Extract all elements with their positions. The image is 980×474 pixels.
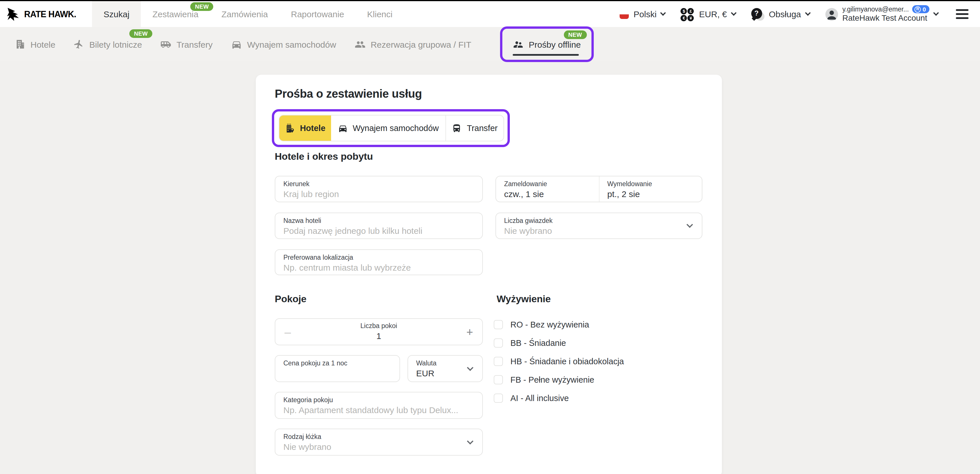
reward-badge[interactable]: R 0 bbox=[912, 5, 929, 13]
hotel-pin-icon bbox=[285, 123, 295, 133]
section-heading-rooms: Pokoje bbox=[275, 294, 306, 305]
currency-dropdown[interactable]: Waluta EUR bbox=[407, 355, 483, 382]
currency-value: EUR bbox=[416, 368, 474, 378]
field-label: Liczba pokoi bbox=[275, 322, 482, 329]
support-menu[interactable]: ? Obsługa bbox=[751, 8, 810, 21]
service-type-tabs: Hotele Wynajem samochodów Transfer bbox=[279, 115, 504, 142]
checkbox[interactable] bbox=[494, 339, 503, 348]
room-category-input[interactable] bbox=[283, 405, 474, 415]
bus-icon bbox=[452, 123, 462, 133]
meals-options: RO - Bez wyżywienia BB - Śniadanie HB - … bbox=[494, 319, 624, 411]
meal-option-ai: AI - All inclusive bbox=[494, 393, 624, 404]
section-heading-meals: Wyżywienie bbox=[496, 294, 550, 305]
page-title: Prośba o zestawienie usług bbox=[275, 87, 422, 100]
chevron-down-icon bbox=[933, 10, 939, 16]
field-label: Nazwa hoteli bbox=[283, 217, 474, 224]
subnav-item-rezerwacja-grupowa[interactable]: Rezerwacja grupowa / FIT bbox=[345, 27, 480, 62]
destination-input[interactable] bbox=[283, 189, 474, 199]
stepper-minus-button[interactable]: – bbox=[285, 326, 291, 337]
product-nav: Hotele Bilety lotnicze NEW Transfery Wyn… bbox=[0, 27, 980, 62]
brand-name: RATE HAWK. bbox=[24, 9, 76, 19]
poland-flag-icon bbox=[620, 10, 629, 19]
account-menu[interactable]: y.gilimyanova@emer... R 0 RateHawk Test … bbox=[825, 5, 938, 23]
preferred-location-input[interactable] bbox=[283, 262, 474, 272]
currency-label: EUR, € bbox=[699, 9, 727, 19]
top-bar-right: Polski $ £ € ¥ EUR, € ? Obsługa bbox=[620, 1, 980, 27]
active-tab-underline bbox=[513, 54, 579, 56]
meal-option-bb: BB - Śniadanie bbox=[494, 337, 624, 349]
meal-option-ro: RO - Bez wyżywienia bbox=[494, 319, 624, 330]
field-label: Zameldowanie bbox=[504, 180, 590, 187]
field-label: Cena pokoju za 1 noc bbox=[283, 359, 391, 367]
field-label: Waluta bbox=[416, 359, 474, 367]
support-label: Obsługa bbox=[769, 9, 801, 19]
checkout-value[interactable]: pt., 2 sie bbox=[607, 189, 694, 199]
account-email: y.gilimyanova@emer... bbox=[842, 6, 909, 13]
car-icon bbox=[231, 39, 242, 50]
bed-type-dropdown[interactable]: Rodzaj łóżka Nie wybrano bbox=[275, 429, 483, 456]
meal-option-fb: FB - Pełne wyżywienie bbox=[494, 374, 624, 385]
meal-option-hb: HB - Śniadanie i obiadokolacja bbox=[494, 356, 624, 367]
request-form-card: Prośba o zestawienie usług Hotele Wynaje… bbox=[256, 75, 722, 474]
nav-item-zamowienia[interactable]: Zamówienia bbox=[210, 1, 279, 27]
field-label: Kategoria pokoju bbox=[283, 396, 474, 403]
destination-field[interactable]: Kierunek bbox=[275, 176, 483, 202]
field-label: Liczba gwiazdek bbox=[504, 217, 694, 224]
tab-hotele[interactable]: Hotele bbox=[279, 116, 331, 141]
subnav-item-bilety-lotnicze[interactable]: Bilety lotnicze NEW bbox=[65, 27, 151, 62]
checkbox[interactable] bbox=[494, 375, 503, 384]
language-selector[interactable]: Polski bbox=[620, 9, 665, 19]
language-label: Polski bbox=[634, 9, 657, 19]
bed-type-value: Nie wybrano bbox=[283, 442, 474, 452]
new-badge: NEW bbox=[129, 29, 152, 38]
subnav-item-transfery[interactable]: Transfery bbox=[151, 27, 222, 62]
brand-logo[interactable]: RATE HAWK. bbox=[0, 1, 92, 27]
hotel-icon bbox=[15, 39, 25, 49]
subnav-item-wynajem-samochodow[interactable]: Wynajem samochodów bbox=[222, 27, 345, 62]
field-label: Preferowana lokalizacja bbox=[283, 254, 474, 261]
chevron-down-icon bbox=[805, 10, 810, 16]
page: RATE HAWK. Szukaj Zestawienia NEW Zamówi… bbox=[0, 0, 980, 474]
account-info: y.gilimyanova@emer... R 0 RateHawk Test … bbox=[842, 5, 929, 23]
currency-selector[interactable]: $ £ € ¥ EUR, € bbox=[681, 7, 736, 21]
car-icon bbox=[338, 123, 347, 133]
chevron-down-icon bbox=[730, 10, 736, 16]
dates-field: Zameldowanie czw., 1 sie Wymeldowanie pt… bbox=[495, 176, 702, 202]
nav-item-zestawienia[interactable]: Zestawienia NEW bbox=[141, 1, 210, 27]
annotation-highlight-service-tabs: Hotele Wynajem samochodów Transfer bbox=[272, 109, 510, 147]
stars-value: Nie wybrano bbox=[504, 226, 694, 235]
stepper-plus-button[interactable]: + bbox=[466, 326, 473, 337]
stars-dropdown[interactable]: Liczba gwiazdek Nie wybrano bbox=[495, 213, 702, 239]
hamburger-menu-icon[interactable] bbox=[956, 9, 969, 19]
checkin-field[interactable]: Zameldowanie czw., 1 sie bbox=[496, 177, 599, 202]
top-bar: RATE HAWK. Szukaj Zestawienia NEW Zamówi… bbox=[0, 1, 980, 27]
section-heading-hotels: Hotele i okres pobytu bbox=[275, 151, 373, 162]
checkbox[interactable] bbox=[494, 394, 503, 403]
hawk-logo-icon bbox=[6, 6, 21, 22]
chevron-down-icon bbox=[660, 10, 666, 16]
hotel-names-input[interactable] bbox=[283, 226, 474, 235]
subnav-item-hotele[interactable]: Hotele bbox=[6, 27, 65, 62]
checkout-field[interactable]: Wymeldowanie pt., 2 sie bbox=[599, 177, 702, 202]
currency-coins-icon: $ £ € ¥ bbox=[681, 7, 695, 21]
plane-icon bbox=[73, 38, 85, 51]
room-category-field[interactable]: Kategoria pokoju bbox=[275, 392, 483, 419]
field-label: Wymeldowanie bbox=[607, 180, 694, 187]
room-price-input[interactable] bbox=[283, 368, 391, 378]
preferred-location-field[interactable]: Preferowana lokalizacja bbox=[275, 249, 483, 275]
shuttle-icon bbox=[161, 39, 171, 50]
hotel-names-field[interactable]: Nazwa hoteli bbox=[275, 213, 483, 239]
room-price-field[interactable]: Cena pokoju za 1 noc bbox=[275, 355, 400, 382]
account-name: RateHawk Test Account bbox=[842, 13, 929, 23]
nav-item-szukaj[interactable]: Szukaj bbox=[92, 1, 141, 27]
tab-transfer[interactable]: Transfer bbox=[446, 116, 504, 141]
nav-item-klienci[interactable]: Klienci bbox=[355, 1, 404, 27]
checkbox[interactable] bbox=[494, 357, 503, 366]
primary-nav: Szukaj Zestawienia NEW Zamówienia Raport… bbox=[92, 1, 404, 27]
new-badge: NEW bbox=[563, 30, 587, 39]
checkin-value[interactable]: czw., 1 sie bbox=[504, 189, 590, 199]
nav-item-raportowanie[interactable]: Raportowanie bbox=[279, 1, 355, 27]
tab-wynajem-samochodow[interactable]: Wynajem samochodów bbox=[331, 116, 446, 141]
checkbox[interactable] bbox=[494, 320, 503, 329]
annotation-highlight-offline-requests: Prośby offline NEW bbox=[500, 26, 593, 62]
